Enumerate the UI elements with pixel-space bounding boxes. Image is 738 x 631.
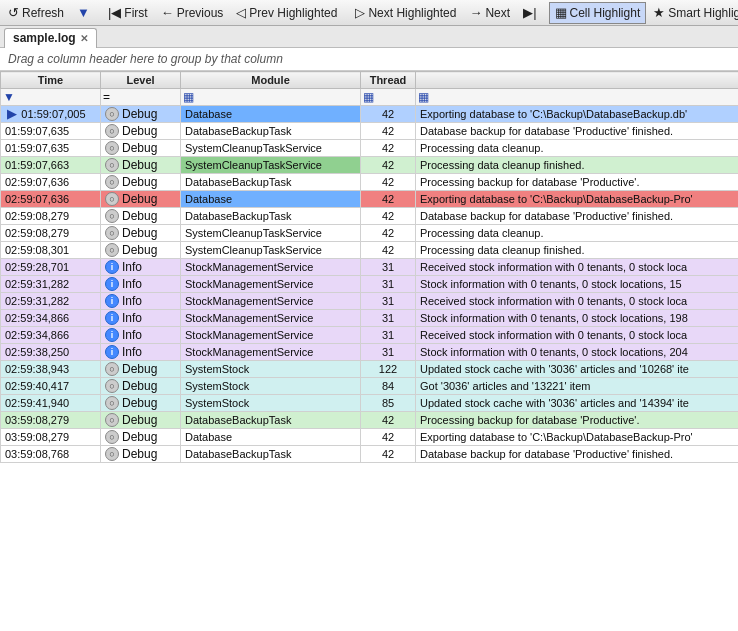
tab-close-button[interactable]: ✕ <box>80 33 88 44</box>
table-row[interactable]: 02:59:34,866iInfoStockManagementService3… <box>1 327 739 344</box>
refresh-label: Refresh <box>22 6 64 20</box>
prev-highlighted-label: Prev Highlighted <box>249 6 337 20</box>
cell-module: StockManagementService <box>181 327 361 344</box>
level-label: Debug <box>122 379 157 393</box>
filter-row: ▼ = ▦ ▦ ▦ <box>1 89 739 106</box>
table-row[interactable]: 01:59:07,663○DebugSystemCleanupTaskServi… <box>1 157 739 174</box>
refresh-icon: ↺ <box>8 5 19 20</box>
cell-level: ○Debug <box>101 225 181 242</box>
table-row[interactable]: 02:59:07,636○DebugDatabase42Exporting da… <box>1 191 739 208</box>
col-msg-header[interactable] <box>416 72 739 89</box>
column-header-row: Time Level Module Thread <box>1 72 739 89</box>
cell-module: DatabaseBackupTask <box>181 174 361 191</box>
level-label: Debug <box>122 226 157 240</box>
cell-level: iInfo <box>101 344 181 361</box>
debug-icon: ○ <box>105 430 119 444</box>
last-button[interactable]: ▶| <box>517 2 542 24</box>
cell-thread: 42 <box>361 242 416 259</box>
table-row[interactable]: 02:59:41,940○DebugSystemStock85Updated s… <box>1 395 739 412</box>
cell-thread: 85 <box>361 395 416 412</box>
col-level-header[interactable]: Level <box>101 72 181 89</box>
smart-highlight-label: Smart Highlight <box>668 6 738 20</box>
table-row[interactable]: ▶ 01:59:07,005○DebugDatabase42Exporting … <box>1 106 739 123</box>
next-highlighted-icon: ▷ <box>355 5 365 20</box>
table-row[interactable]: 02:59:31,282iInfoStockManagementService3… <box>1 293 739 310</box>
table-container[interactable]: Time Level Module Thread ▼ = ▦ ▦ <box>0 71 738 631</box>
cell-message: Processing data cleanup finished. <box>416 157 739 174</box>
filter-time: ▼ <box>1 89 101 106</box>
info-icon: i <box>105 260 119 274</box>
cell-level: ○Debug <box>101 395 181 412</box>
cell-time: 02:59:28,701 <box>1 259 101 276</box>
table-row[interactable]: 03:59:08,279○DebugDatabase42Exporting da… <box>1 429 739 446</box>
table-row[interactable]: 02:59:31,282iInfoStockManagementService3… <box>1 276 739 293</box>
col-module-header[interactable]: Module <box>181 72 361 89</box>
filter-msg[interactable]: ▦ <box>416 89 739 106</box>
cell-message: Database backup for database 'Productive… <box>416 208 739 225</box>
table-row[interactable]: 02:59:08,279○DebugSystemCleanupTaskServi… <box>1 225 739 242</box>
cell-highlight-button[interactable]: ▦ Cell Highlight <box>549 2 647 24</box>
cell-message: Processing backup for database 'Producti… <box>416 412 739 429</box>
level-label: Info <box>122 311 142 325</box>
table-row[interactable]: 03:59:08,768○DebugDatabaseBackupTask42Da… <box>1 446 739 463</box>
cell-level: ○Debug <box>101 123 181 140</box>
cell-level: ○Debug <box>101 174 181 191</box>
col-time-header[interactable]: Time <box>1 72 101 89</box>
previous-button[interactable]: ← Previous <box>155 2 230 24</box>
debug-icon: ○ <box>105 379 119 393</box>
cell-time: 03:59:08,279 <box>1 412 101 429</box>
col-thread-header[interactable]: Thread <box>361 72 416 89</box>
table-row[interactable]: 02:59:34,866iInfoStockManagementService3… <box>1 310 739 327</box>
cell-module: DatabaseBackupTask <box>181 446 361 463</box>
cell-thread: 42 <box>361 174 416 191</box>
table-row[interactable]: 02:59:28,701iInfoStockManagementService3… <box>1 259 739 276</box>
filter-module[interactable]: ▦ <box>181 89 361 106</box>
filter-button[interactable]: ▼ <box>71 2 96 24</box>
next-button[interactable]: → Next <box>463 2 516 24</box>
next-highlighted-button[interactable]: ▷ Next Highlighted <box>349 2 462 24</box>
first-button[interactable]: |◀ First <box>102 2 154 24</box>
cell-level: ○Debug <box>101 208 181 225</box>
level-label: Debug <box>122 175 157 189</box>
cell-time: 02:59:07,636 <box>1 174 101 191</box>
cell-message: Exporting database to 'C:\Backup\Databas… <box>416 429 739 446</box>
cell-time: 01:59:07,635 <box>1 140 101 157</box>
filter-thread[interactable]: ▦ <box>361 89 416 106</box>
info-icon: i <box>105 311 119 325</box>
sample-log-tab[interactable]: sample.log ✕ <box>4 28 97 48</box>
table-row[interactable]: 03:59:08,279○DebugDatabaseBackupTask42Pr… <box>1 412 739 429</box>
prev-highlighted-button[interactable]: ◁ Prev Highlighted <box>230 2 343 24</box>
table-row[interactable]: 02:59:38,250iInfoStockManagementService3… <box>1 344 739 361</box>
refresh-button[interactable]: ↺ Refresh <box>2 2 70 24</box>
smart-highlight-button[interactable]: ★ Smart Highlight <box>647 2 738 24</box>
cell-message: Updated stock cache with '3036' articles… <box>416 395 739 412</box>
level-label: Info <box>122 294 142 308</box>
cell-time: ▶ 01:59:07,005 <box>1 106 101 123</box>
table-row[interactable]: 02:59:40,417○DebugSystemStock84Got '3036… <box>1 378 739 395</box>
cell-level: ○Debug <box>101 157 181 174</box>
level-label: Debug <box>122 362 157 376</box>
cell-message: Updated stock cache with '3036' articles… <box>416 361 739 378</box>
table-row[interactable]: 02:59:07,636○DebugDatabaseBackupTask42Pr… <box>1 174 739 191</box>
table-row[interactable]: 01:59:07,635○DebugDatabaseBackupTask42Da… <box>1 123 739 140</box>
cell-module: DatabaseBackupTask <box>181 208 361 225</box>
debug-icon: ○ <box>105 243 119 257</box>
cell-time: 02:59:08,279 <box>1 208 101 225</box>
debug-icon: ○ <box>105 396 119 410</box>
cell-time: 01:59:07,635 <box>1 123 101 140</box>
table-row[interactable]: 01:59:07,635○DebugSystemCleanupTaskServi… <box>1 140 739 157</box>
debug-icon: ○ <box>105 192 119 206</box>
cell-message: Stock information with 0 tenants, 0 stoc… <box>416 276 739 293</box>
level-label: Info <box>122 277 142 291</box>
cell-module: StockManagementService <box>181 310 361 327</box>
cell-module: SystemCleanupTaskService <box>181 140 361 157</box>
cell-message: Database backup for database 'Productive… <box>416 123 739 140</box>
cell-module: SystemStock <box>181 361 361 378</box>
table-row[interactable]: 02:59:38,943○DebugSystemStock122Updated … <box>1 361 739 378</box>
table-row[interactable]: 02:59:08,279○DebugDatabaseBackupTask42Da… <box>1 208 739 225</box>
info-icon: i <box>105 328 119 342</box>
cell-level: ○Debug <box>101 140 181 157</box>
cell-module: SystemCleanupTaskService <box>181 225 361 242</box>
cell-thread: 84 <box>361 378 416 395</box>
table-row[interactable]: 02:59:08,301○DebugSystemCleanupTaskServi… <box>1 242 739 259</box>
